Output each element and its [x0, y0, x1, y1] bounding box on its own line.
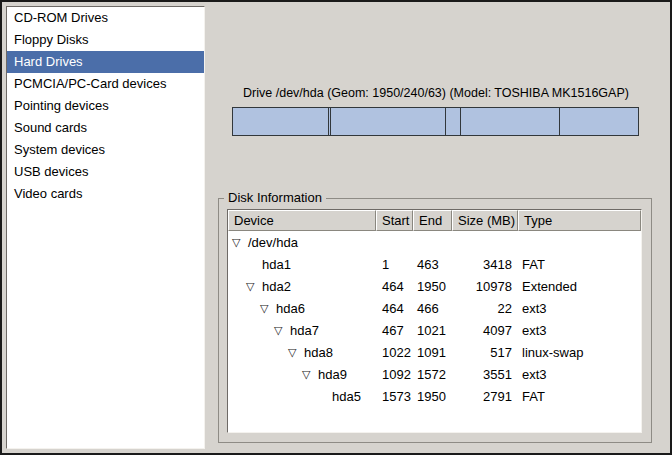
start-cell: 464	[376, 301, 413, 316]
start-cell: 1092	[376, 367, 413, 382]
partition-segment-hda5	[560, 108, 638, 135]
column-header-type[interactable]: Type	[518, 210, 641, 231]
type-cell: linux-swap	[518, 345, 641, 360]
table-row-hda5[interactable]: hda5157319502791FAT	[228, 385, 641, 407]
sidebar-item-floppy-disks[interactable]: Floppy Disks	[7, 29, 204, 51]
table-row-hda2[interactable]: ▽hda2464195010978Extended	[228, 275, 641, 297]
disk-table-header: DeviceStartEndSize (MB)Type	[228, 210, 641, 231]
end-cell: 1950	[413, 389, 452, 404]
hardware-browser-window: CD-ROM DrivesFloppy DisksHard DrivesPCMC…	[0, 0, 672, 455]
device-label: hda6	[276, 301, 305, 316]
disk-table-body: ▽/dev/hdahda114633418FAT▽hda246419501097…	[228, 231, 641, 407]
sidebar-item-usb-devices[interactable]: USB devices	[7, 161, 204, 183]
size-cell: 10978	[452, 279, 518, 294]
device-cell: hda5	[228, 389, 376, 404]
tree-indent	[232, 286, 246, 287]
sidebar-item-pcmcia-pc-card-devices[interactable]: PCMCIA/PC-Card devices	[7, 73, 204, 95]
tree-indent	[232, 396, 316, 397]
type-cell: ext3	[518, 301, 641, 316]
type-cell: ext3	[518, 323, 641, 338]
table-row-hda6[interactable]: ▽hda646446622ext3	[228, 297, 641, 319]
type-cell: ext3	[518, 367, 641, 382]
column-header-size-mb[interactable]: Size (MB)	[452, 210, 518, 231]
size-cell: 2791	[452, 389, 518, 404]
device-label: hda8	[304, 345, 333, 360]
tree-indent	[232, 264, 246, 265]
end-cell: 1572	[413, 367, 452, 382]
partition-bar	[232, 107, 639, 136]
size-cell: 3551	[452, 367, 518, 382]
table-row-hda9[interactable]: ▽hda9109215723551ext3	[228, 363, 641, 385]
expander-icon[interactable]: ▽	[288, 341, 304, 363]
partition-segment-hda9	[461, 108, 561, 135]
size-cell: 22	[452, 301, 518, 316]
disk-information-frame-label: Disk Information	[224, 190, 326, 205]
device-label: /dev/hda	[248, 235, 298, 250]
device-cell: ▽hda7	[228, 319, 376, 341]
type-cell: FAT	[518, 257, 641, 272]
start-cell: 467	[376, 323, 413, 338]
sidebar-item-cd-rom-drives[interactable]: CD-ROM Drives	[7, 7, 204, 29]
end-cell: 463	[413, 257, 452, 272]
size-cell: 4097	[452, 323, 518, 338]
tree-indent	[232, 374, 302, 375]
expander-icon[interactable]: ▽	[302, 363, 318, 385]
device-label: hda1	[262, 257, 291, 272]
size-cell: 3418	[452, 257, 518, 272]
device-cell: ▽hda2	[228, 275, 376, 297]
tree-indent	[232, 330, 274, 331]
tree-indent	[232, 352, 288, 353]
type-cell: FAT	[518, 389, 641, 404]
sidebar-item-pointing-devices[interactable]: Pointing devices	[7, 95, 204, 117]
expander-icon[interactable]: ▽	[274, 319, 290, 341]
column-header-start[interactable]: Start	[376, 210, 413, 231]
sidebar-list: CD-ROM DrivesFloppy DisksHard DrivesPCMC…	[6, 6, 205, 449]
table-row-hda8[interactable]: ▽hda810221091517linux-swap	[228, 341, 641, 363]
size-cell: 517	[452, 345, 518, 360]
device-label: hda7	[290, 323, 319, 338]
expander-icon[interactable]: ▽	[232, 231, 248, 253]
table-row-hda7[interactable]: ▽hda746710214097ext3	[228, 319, 641, 341]
partition-segment-hda7	[331, 108, 446, 135]
column-header-end[interactable]: End	[413, 210, 452, 231]
start-cell: 464	[376, 279, 413, 294]
device-label: hda5	[332, 389, 361, 404]
type-cell: Extended	[518, 279, 641, 294]
column-header-device[interactable]: Device	[228, 210, 376, 231]
device-cell: ▽/dev/hda	[228, 231, 376, 253]
device-cell: ▽hda6	[228, 297, 376, 319]
partition-segment-hda8	[446, 108, 461, 135]
device-label: hda2	[262, 279, 291, 294]
tree-indent	[232, 308, 260, 309]
start-cell: 1022	[376, 345, 413, 360]
partition-segment-hda1	[233, 108, 329, 135]
disk-information-frame: Disk Information DeviceStartEndSize (MB)…	[218, 198, 652, 443]
start-cell: 1	[376, 257, 413, 272]
device-cell: ▽hda8	[228, 341, 376, 363]
end-cell: 1091	[413, 345, 452, 360]
end-cell: 466	[413, 301, 452, 316]
sidebar-item-video-cards[interactable]: Video cards	[7, 183, 204, 205]
expander-icon[interactable]: ▽	[246, 275, 262, 297]
table-row-dev-hda[interactable]: ▽/dev/hda	[228, 231, 641, 253]
device-label: hda9	[318, 367, 347, 382]
expander-icon[interactable]: ▽	[260, 297, 276, 319]
sidebar-item-system-devices[interactable]: System devices	[7, 139, 204, 161]
drive-title: Drive /dev/hda (Geom: 1950/240/63) (Mode…	[230, 86, 642, 102]
device-cell: ▽hda9	[228, 363, 376, 385]
end-cell: 1950	[413, 279, 452, 294]
start-cell: 1573	[376, 389, 413, 404]
sidebar-item-sound-cards[interactable]: Sound cards	[7, 117, 204, 139]
end-cell: 1021	[413, 323, 452, 338]
disk-table: DeviceStartEndSize (MB)Type ▽/dev/hdahda…	[227, 209, 642, 433]
device-cell: hda1	[228, 257, 376, 272]
table-row-hda1[interactable]: hda114633418FAT	[228, 253, 641, 275]
sidebar-item-hard-drives[interactable]: Hard Drives	[7, 51, 204, 73]
